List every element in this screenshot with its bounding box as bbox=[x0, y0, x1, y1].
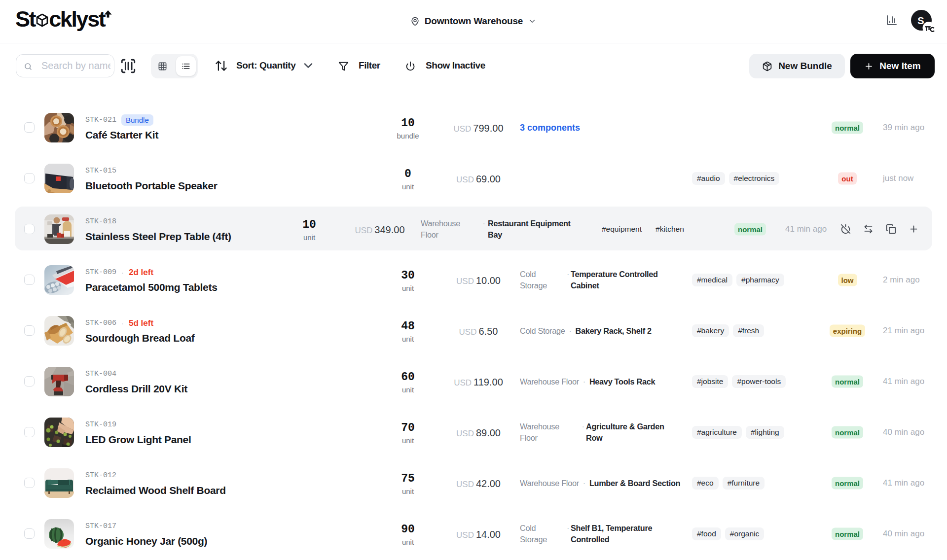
svg-text:S: S bbox=[917, 15, 924, 26]
